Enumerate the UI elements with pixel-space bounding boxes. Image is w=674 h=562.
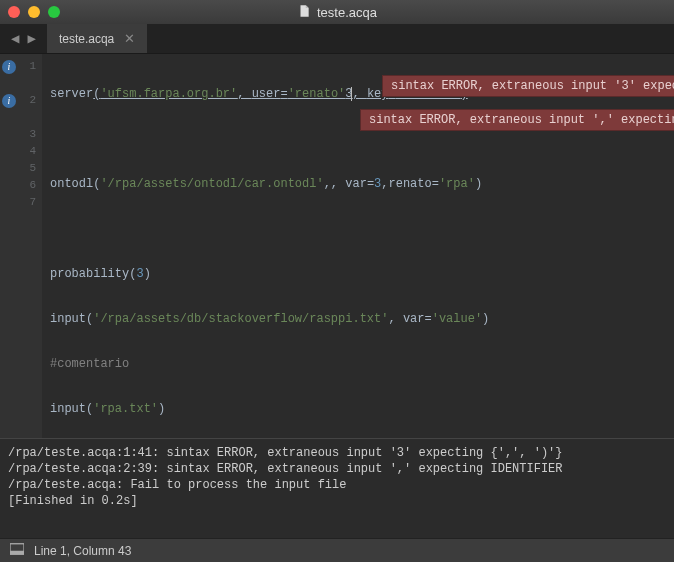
zoom-window-button[interactable] [48, 6, 60, 18]
titlebar: teste.acqa [0, 0, 674, 24]
tab-bar: ◀ ▶ teste.acqa ✕ [0, 24, 674, 54]
code-line: probability(3) [42, 266, 674, 283]
line-number: 7 [29, 194, 36, 211]
console-line: [Finished in 0.2s] [8, 494, 138, 508]
panel-toggle-icon[interactable] [10, 543, 24, 558]
code-line: #comentario [42, 356, 674, 373]
info-marker-icon[interactable]: i [2, 60, 16, 74]
line-number: 5 [29, 160, 36, 177]
minimize-window-button[interactable] [28, 6, 40, 18]
cursor-position: Line 1, Column 43 [34, 544, 131, 558]
status-bar: Line 1, Column 43 [0, 538, 674, 562]
console-line: /rpa/teste.acqa:2:39: sintax ERROR, extr… [8, 462, 563, 476]
code-line: ontodl('/rpa/assets/ontodl/car.ontodl',,… [42, 176, 674, 193]
close-icon[interactable]: ✕ [124, 31, 135, 46]
tab-teste-acqa[interactable]: teste.acqa ✕ [47, 24, 147, 53]
nav-forward-icon[interactable]: ▶ [24, 28, 38, 49]
code-line: input('/rpa/assets/db/stackoverflow/rasp… [42, 311, 674, 328]
window-title: teste.acqa [317, 5, 377, 20]
code-area[interactable]: server('ufsm.farpa.org.br', user='renato… [42, 54, 674, 438]
console-line: /rpa/teste.acqa: Fail to process the inp… [8, 478, 346, 492]
window-controls [8, 6, 60, 18]
svg-rect-1 [10, 551, 24, 555]
error-tooltip: sintax ERROR, extraneous input ',' expec… [360, 109, 674, 131]
line-number: 2 [29, 92, 36, 109]
line-number: 4 [29, 143, 36, 160]
code-line: input('rpa.txt') [42, 401, 674, 418]
nav-back-icon[interactable]: ◀ [8, 28, 22, 49]
console-line: /rpa/teste.acqa:1:41: sintax ERROR, extr… [8, 446, 563, 460]
line-number: 3 [29, 126, 36, 143]
window-title-area: teste.acqa [297, 4, 377, 21]
line-number: 6 [29, 177, 36, 194]
console-panel[interactable]: /rpa/teste.acqa:1:41: sintax ERROR, extr… [0, 438, 674, 538]
tab-nav: ◀ ▶ [0, 28, 47, 49]
close-window-button[interactable] [8, 6, 20, 18]
info-marker-icon[interactable]: i [2, 94, 16, 108]
line-number: 1 [29, 58, 36, 75]
tab-label: teste.acqa [59, 32, 114, 46]
error-tooltip: sintax ERROR, extraneous input '3' expec… [382, 75, 674, 97]
editor[interactable]: i1 i2 3 4 5 6 7 server('ufsm.farpa.org.b… [0, 54, 674, 438]
gutter: i1 i2 3 4 5 6 7 [0, 54, 42, 438]
file-icon [297, 4, 311, 21]
